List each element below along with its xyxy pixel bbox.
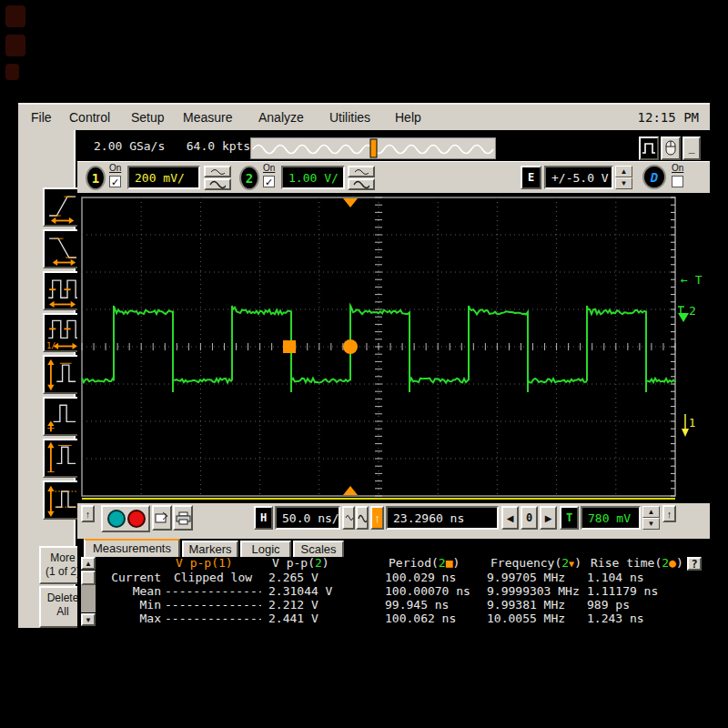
column-header: Rise time(2●) [580, 556, 683, 571]
spin-down-icon[interactable]: ▼ [615, 177, 632, 189]
menu-item-utilities[interactable]: Utilities [326, 105, 374, 130]
menu-item-control[interactable]: Control [66, 105, 114, 130]
trigger-level-indicator[interactable]: ← T [681, 273, 702, 287]
trigger-level-field[interactable]: 780 mV [581, 506, 641, 530]
position-zero-button[interactable]: 0 [521, 506, 538, 530]
trigger-position-button[interactable]: ↑ [370, 506, 384, 530]
pulse-mode-button[interactable] [639, 136, 659, 160]
measurement-value: 989 ps [580, 598, 683, 612]
spin-up-icon[interactable]: ▲ [615, 166, 632, 177]
menu-item-setup[interactable]: Setup [127, 105, 168, 130]
scroll-up-right-button[interactable]: ↑ [662, 505, 676, 522]
v-max-icon [45, 440, 82, 476]
scrollbar-track[interactable] [81, 585, 96, 612]
minimize-button[interactable]: _ [682, 136, 701, 160]
table-scrollbar[interactable]: ▲ ▼ [81, 557, 96, 626]
h-zoom-large-icon[interactable] [356, 506, 369, 530]
h-zoom-small-icon[interactable] [342, 506, 355, 530]
rise-time-icon [45, 189, 82, 225]
column-header: V p-p(2) [261, 556, 378, 571]
ext-trigger-spinner[interactable]: ▲▼ [615, 166, 632, 189]
measurement-value: 1.104 ns [580, 571, 683, 584]
channel-bar: 1 On ✓ 200 mV/ 2 On ✓ 1.00 V/ E +/-5.0 V… [77, 161, 710, 193]
v-amplitude-icon [45, 482, 82, 518]
ext-trigger-button[interactable]: E [521, 166, 541, 189]
menu-item-measure[interactable]: Measure [179, 105, 236, 130]
sidebar: 1/ More (1 of 2) Delete All [18, 130, 76, 628]
channel2-coupling-large-icon[interactable] [348, 178, 375, 190]
channel1-ref-indicator[interactable]: 1 [681, 412, 699, 443]
frequency-icon: 1/ [45, 315, 82, 350]
horizontal-scale-field[interactable]: 50.0 ns/ [275, 506, 340, 530]
measurement-value: 2.441 V [261, 612, 378, 625]
period-marker-square[interactable] [283, 340, 296, 353]
menu-item-help[interactable]: Help [391, 105, 425, 130]
measurement-value: 2.265 V [261, 571, 378, 584]
tab-markers[interactable]: Markers [182, 541, 238, 557]
position-right-button[interactable]: ▶ [540, 506, 557, 530]
bezel-mark [5, 5, 25, 27]
trigger-level-spinner[interactable]: ▲▼ [642, 506, 660, 530]
digital-badge[interactable]: D [642, 165, 666, 189]
column-header: Period(2■) [378, 556, 480, 571]
digital-on-checkbox[interactable] [672, 176, 683, 187]
risetime-marker-circle[interactable] [343, 339, 358, 354]
row-name: Max [97, 612, 165, 625]
measurement-value: 9.99705 MHz [480, 571, 580, 584]
channel2-coupling-small-icon[interactable] [348, 166, 375, 177]
channel1-on-checkbox[interactable]: ✓ [109, 176, 121, 187]
column-header: V p-p(1) [165, 556, 261, 571]
memory-bar-slider[interactable] [250, 137, 496, 159]
channel1-scale-field[interactable]: 200 mV/ [127, 166, 200, 189]
spin-up-icon[interactable]: ▲ [642, 506, 660, 518]
tab-row: MeasurementsMarkersLogicScales [77, 539, 710, 557]
channel2-badge[interactable]: 2 [239, 166, 259, 190]
memory-bar-thumb[interactable] [370, 139, 377, 157]
channel1-coupling-small-icon[interactable] [204, 166, 231, 177]
main-panel: 2.00 GSa/s 64.0 kpts _ 1 On ✓ 200 mV/ [77, 130, 710, 628]
menu-item-analyze[interactable]: Analyze [255, 105, 308, 130]
bezel-mark [5, 35, 25, 56]
clock: 12:15 PM [634, 105, 703, 130]
horizontal-position-field[interactable]: 23.2960 ns [386, 506, 499, 530]
menu-item-file[interactable]: File [27, 105, 56, 130]
channel1-coupling-large-icon[interactable] [204, 178, 231, 190]
channel2-scale-field[interactable]: 1.00 V/ [281, 166, 345, 189]
print-button[interactable] [173, 505, 193, 531]
period-icon [45, 273, 82, 308]
scrollbar-down-icon[interactable]: ▼ [81, 613, 96, 626]
channel1-badge[interactable]: 1 [86, 166, 106, 190]
graticule-svg[interactable] [80, 196, 681, 503]
tab-measurements[interactable]: Measurements [84, 539, 180, 557]
v-peak-peak-icon [45, 357, 82, 392]
measurement-value: -------------- [165, 584, 261, 598]
scroll-up-left-button[interactable]: ↑ [81, 505, 95, 522]
ext-trigger-level-field[interactable]: +/-5.0 V [544, 166, 613, 189]
v-min-icon [45, 399, 82, 434]
run-button[interactable] [107, 510, 126, 528]
digital-on-label: On [672, 163, 683, 173]
horizontal-button[interactable]: H [254, 506, 273, 530]
measurement-value: 100.062 ns [378, 612, 480, 625]
scrollbar-thumb[interactable] [81, 571, 96, 585]
row-name: Min [97, 598, 165, 612]
tab-scales[interactable]: Scales [293, 541, 344, 557]
row-name: Mean [97, 584, 165, 598]
mouse-pointer-button[interactable] [661, 136, 681, 160]
fall-time-icon [45, 231, 82, 267]
spin-down-icon[interactable]: ▼ [642, 518, 660, 530]
position-left-button[interactable]: ◀ [501, 506, 519, 530]
trigger-button[interactable]: T [560, 506, 579, 530]
channel2-ref-indicator[interactable]: 2 [678, 302, 702, 333]
help-button[interactable]: ? [687, 557, 702, 571]
stop-button[interactable] [127, 510, 146, 528]
channel2-on-checkbox[interactable]: ✓ [263, 176, 275, 187]
measurement-value: 9.9999303 MHz [480, 584, 580, 598]
ch2-ref-number: 2 [689, 304, 696, 318]
measurement-value: 10.0055 MHz [480, 612, 580, 625]
screen-copy-button[interactable] [152, 505, 172, 531]
tab-logic[interactable]: Logic [240, 541, 291, 557]
scrollbar-up-icon[interactable]: ▲ [81, 557, 96, 570]
horizontal-bar: ↑ H 50.0 ns/ ↑ 23.2960 ns ◀ 0 [77, 503, 710, 539]
bezel-mark [5, 64, 19, 80]
